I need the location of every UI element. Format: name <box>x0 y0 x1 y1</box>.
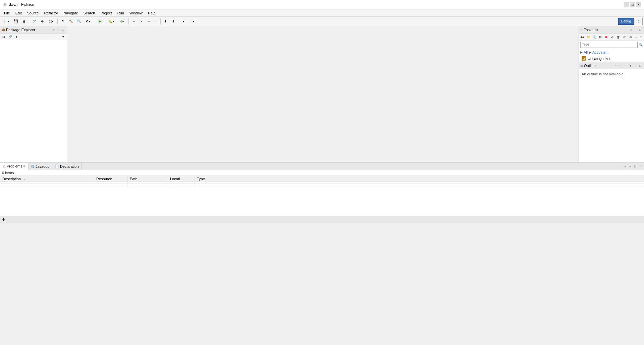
bottom-panel-close[interactable]: × <box>639 164 643 169</box>
menu-refactor[interactable]: Refactor <box>42 10 61 16</box>
task-list-minimize-button[interactable]: − <box>633 27 638 32</box>
task-find-icon[interactable]: 🔍 <box>639 43 643 47</box>
open-perspective-button[interactable]: ⬚▾ <box>47 18 56 25</box>
task-delete-button[interactable]: ✖ <box>604 34 609 40</box>
uncategorized-item[interactable]: 🗂 Uncategorized <box>579 56 644 62</box>
new-java-project-button[interactable]: Jᴾ <box>31 18 38 25</box>
task-list-maximize-button[interactable]: □ <box>638 27 643 32</box>
javadoc-icon: @ <box>31 164 35 168</box>
tab-declaration[interactable]: 📄 Declaration <box>52 163 82 170</box>
maximize-button[interactable]: □ <box>630 2 635 7</box>
outline-dropdown-button[interactable]: ▾ <box>628 63 633 68</box>
package-explorer-close-button[interactable]: × <box>53 28 55 31</box>
save-button[interactable]: 💾 <box>12 18 19 25</box>
outline-maximize-button[interactable]: □ <box>638 63 643 68</box>
package-explorer-minimize-button[interactable]: − <box>56 27 60 32</box>
menu-window[interactable]: Window <box>127 10 145 16</box>
tab-javadoc-label: Javadoc <box>36 164 49 168</box>
package-explorer-maximize-button[interactable]: □ <box>61 27 65 32</box>
menu-file[interactable]: File <box>1 10 13 16</box>
task-collapse-all-button[interactable]: ⊟ <box>598 34 603 40</box>
package-explorer-icon: 📦 <box>1 28 5 31</box>
back-dropdown[interactable]: ▾ <box>138 18 144 25</box>
col-location-label: Locati... <box>170 177 183 181</box>
task-all-link[interactable]: All <box>584 50 588 54</box>
outline-close-button[interactable]: × <box>615 64 617 67</box>
menu-search[interactable]: Search <box>81 10 98 16</box>
next-annotation-button[interactable]: ↓▾ <box>188 18 198 25</box>
task-activate-link[interactable]: Activate... <box>592 50 608 54</box>
uncategorized-icon: 🗂 <box>582 56 586 61</box>
bottom-panel-go-button[interactable]: → <box>623 164 628 169</box>
editor-content <box>67 26 579 162</box>
outline-header: ⊞ Outline × ← → ▾ − □ <box>579 62 644 69</box>
menu-run[interactable]: Run <box>115 10 127 16</box>
editor-area <box>67 26 579 162</box>
build-button[interactable]: 🔨 <box>67 18 74 25</box>
forward-button[interactable]: → <box>145 18 152 25</box>
menu-source[interactable]: Source <box>24 10 42 16</box>
print-button[interactable]: 🖨 <box>20 18 28 25</box>
col-location[interactable]: Locati... <box>168 176 195 182</box>
menu-navigate[interactable]: Navigate <box>61 10 80 16</box>
tab-problems[interactable]: ⚠ Problems × <box>0 163 29 170</box>
close-button[interactable]: × <box>636 2 641 7</box>
menu-project[interactable]: Project <box>98 10 114 16</box>
menu-bar: File Edit Source Refactor Navigate Searc… <box>0 9 644 17</box>
new-button[interactable]: 📄▾ <box>1 18 11 25</box>
perspective-debug-button[interactable]: Debug <box>618 18 634 25</box>
col-path-label: Path <box>130 177 138 181</box>
open-type-button[interactable]: ⊕ <box>39 18 46 25</box>
next-edit-button[interactable]: ⬇ <box>170 18 177 25</box>
prev-annotation-button[interactable]: ↑▾ <box>178 18 187 25</box>
refresh-button[interactable]: ↻ <box>59 18 66 25</box>
task-new-category-button[interactable]: 📁 <box>586 34 591 40</box>
task-mark-complete-button[interactable]: ✔ <box>609 34 615 40</box>
problems-table-scroll[interactable]: Description ▲ Resource Path Locati... <box>0 176 644 216</box>
task-list-title: Task List <box>584 28 629 32</box>
task-list-panel-minimize[interactable]: − <box>634 35 639 40</box>
task-purge-button[interactable]: 🗑 <box>615 34 621 40</box>
main-area: 📦 Package Explorer × − □ ⊟ 🔗 ▾ ▾ <box>0 26 644 216</box>
outline-back-button[interactable]: ← <box>618 63 623 68</box>
outline-controls: ← → ▾ − □ <box>618 63 643 68</box>
col-path[interactable]: Path <box>128 176 168 182</box>
menu-help[interactable]: Help <box>145 10 158 16</box>
prev-edit-button[interactable]: ⬆ <box>162 18 169 25</box>
task-list-header: ✓ Task List × − □ <box>579 26 644 33</box>
run-button[interactable]: ▶▾ <box>96 18 106 25</box>
minimize-button[interactable]: − <box>624 2 629 7</box>
bottom-panel-maximize[interactable]: □ <box>633 164 638 169</box>
link-with-editor-button[interactable]: 🔗 <box>7 34 13 40</box>
task-settings-button[interactable]: ⚙ <box>628 34 633 40</box>
problems-tab-close[interactable]: × <box>23 164 25 168</box>
task-find-input[interactable] <box>580 42 638 48</box>
outline-forward-button[interactable]: → <box>623 63 628 68</box>
menu-edit[interactable]: Edit <box>13 10 24 16</box>
task-new-query-button[interactable]: 🔍 <box>592 34 597 40</box>
tab-javadoc[interactable]: @ Javadoc <box>29 163 52 170</box>
outline-minimize-button[interactable]: − <box>633 63 638 68</box>
search-button[interactable]: 🔍 <box>75 18 83 25</box>
bottom-panel-minimize[interactable]: − <box>628 164 633 169</box>
bottom-panel-inner: ⚠ Problems × @ Javadoc 📄 Declaration → <box>0 163 644 216</box>
perspective-java-button[interactable]: J <box>635 18 643 25</box>
package-explorer-view-menu-button[interactable]: ▾ <box>13 34 19 40</box>
col-type[interactable]: Type <box>195 176 644 182</box>
task-list-panel-maximize[interactable]: □ <box>639 35 643 40</box>
back-button[interactable]: ← <box>130 18 138 25</box>
collapse-all-button[interactable]: ⊟ <box>1 34 7 40</box>
task-sync-button[interactable]: ↺ <box>622 34 627 40</box>
debug-button[interactable]: 🐛▾ <box>106 18 116 25</box>
task-list-new-button[interactable]: ⊕▾ <box>580 34 585 40</box>
forward-dropdown[interactable]: ▾ <box>153 18 159 25</box>
package-explorer-settings-button[interactable]: ▾ <box>60 34 66 40</box>
package-explorer-content <box>0 40 67 162</box>
profile-button[interactable]: ⚙▾ <box>117 18 127 25</box>
package-explorer-panel: 📦 Package Explorer × − □ ⊟ 🔗 ▾ ▾ <box>0 26 67 162</box>
toolbar-separator-3 <box>94 18 94 24</box>
col-resource[interactable]: Resource <box>94 176 128 182</box>
clean-button[interactable]: ♻▾ <box>83 18 93 25</box>
task-list-close-button[interactable]: × <box>630 28 632 31</box>
col-description[interactable]: Description ▲ <box>0 176 94 182</box>
